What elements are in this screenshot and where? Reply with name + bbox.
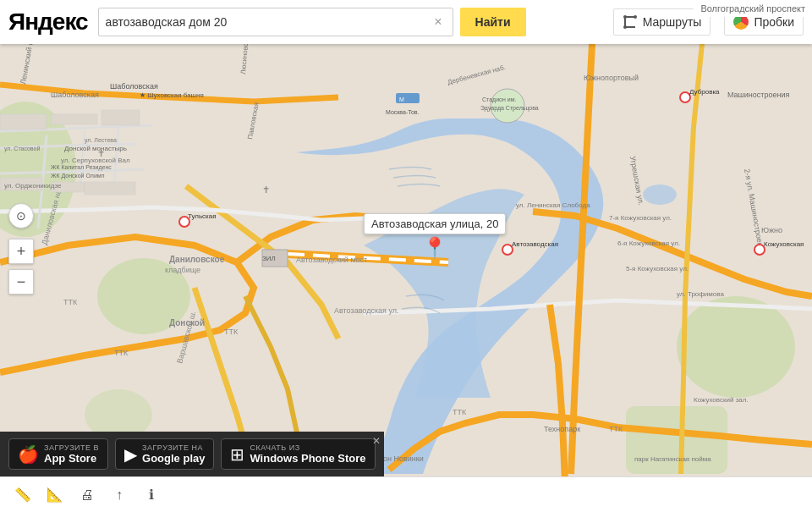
googleplay-large-text: Google play	[142, 452, 205, 465]
search-box[interactable]: ×	[98, 8, 453, 36]
info-button[interactable]: ℹ	[137, 481, 166, 509]
svg-text:ул. Лестева: ул. Лестева	[85, 137, 117, 144]
svg-rect-58	[102, 110, 140, 125]
svg-text:Дубровка: Дубровка	[689, 88, 720, 96]
svg-text:ул. Ленинская Слобода: ул. Ленинская Слобода	[516, 201, 590, 209]
windows-icon: ⊞	[230, 444, 244, 465]
svg-text:М: М	[399, 96, 404, 102]
svg-text:Стадион им.: Стадион им.	[482, 96, 516, 103]
svg-text:ТТК: ТТК	[63, 298, 78, 306]
bottom-toolbar: 📏 📐 🖨 ↑ ℹ	[0, 476, 812, 512]
svg-text:Донской: Донской	[169, 318, 205, 328]
windowsphone-button[interactable]: ⊞ Скачать из Windows Phone Store	[221, 438, 375, 470]
svg-text:★ Шуховская башня: ★ Шуховская башня	[140, 91, 204, 99]
svg-text:6-я Кожуховская ул.: 6-я Кожуховская ул.	[617, 239, 680, 247]
svg-text:Южно: Южно	[761, 226, 782, 234]
map-container[interactable]: Даниловская наб. Автозаводская ул. Автоз…	[0, 0, 812, 512]
routes-label: Маршруты	[643, 15, 702, 29]
svg-text:Шаболовская: Шаболовская	[110, 82, 158, 91]
svg-text:ТТК: ТТК	[453, 408, 467, 416]
search-input[interactable]	[106, 15, 431, 29]
svg-text:7-я Кожуховская ул.: 7-я Кожуховская ул.	[609, 214, 672, 222]
svg-text:Автозаводская ул.: Автозаводская ул.	[334, 306, 398, 315]
header: Яндекс × Найти Маршруты Пробки	[0, 0, 812, 44]
svg-text:кладбище: кладбище	[165, 266, 200, 274]
search-clear-button[interactable]: ×	[431, 13, 445, 31]
svg-text:ЗИЛ: ЗИЛ	[262, 255, 276, 262]
print-button[interactable]: 🖨	[73, 481, 102, 509]
svg-text:ЖК Капитал Резиденс: ЖК Капитал Резиденс	[51, 164, 112, 171]
svg-text:Донской монастырь: Донской монастырь	[64, 145, 127, 152]
svg-point-73	[623, 25, 627, 29]
svg-text:ТТК: ТТК	[224, 328, 239, 336]
googleplay-button[interactable]: ▶ ЗАГРУЗИТЕ НА Google play	[115, 438, 214, 470]
svg-text:5-я Кожуховская ул.: 5-я Кожуховская ул.	[626, 265, 689, 273]
svg-text:ЖК Донской Олимп: ЖК Донской Олимп	[51, 173, 105, 179]
distance-tool-button[interactable]: 📐	[41, 481, 69, 509]
share-button[interactable]: ↑	[105, 481, 134, 509]
svg-text:Шаболовская: Шаболовская	[51, 91, 99, 99]
yandex-logo: Яндекс	[8, 8, 88, 36]
ruler-tool-button[interactable]: 📏	[8, 481, 37, 509]
svg-rect-57	[51, 114, 97, 124]
googleplay-small-text: ЗАГРУЗИТЕ НА	[142, 443, 205, 452]
svg-point-72	[623, 15, 627, 19]
svg-text:Технопарк: Технопарк	[544, 425, 580, 433]
svg-text:ТТК: ТТК	[609, 425, 623, 433]
svg-text:Кожуховский зал.: Кожуховский зал.	[694, 396, 749, 404]
svg-rect-59	[0, 114, 47, 129]
svg-text:ул. Стасовой: ул. Стасовой	[4, 146, 40, 152]
googleplay-icon: ▶	[124, 444, 137, 465]
svg-text:Даниловское: Даниловское	[169, 255, 225, 264]
svg-point-42	[643, 184, 677, 205]
svg-text:Южнопортовый: Южнопортовый	[584, 74, 639, 82]
svg-text:ТТК: ТТК	[114, 349, 129, 357]
svg-text:Машиностроения: Машиностроения	[727, 91, 789, 99]
svg-point-74	[634, 15, 637, 19]
svg-text:ул. Серпуховской Вал: ул. Серпуховской Вал	[61, 157, 130, 164]
compass-button[interactable]: ⊙	[8, 203, 34, 228]
svg-text:ул. Орджоникидзе: ул. Орджоникидзе	[4, 182, 62, 190]
svg-text:Автозаводский мост: Автозаводский мост	[296, 256, 367, 264]
app-banner-close-button[interactable]: ✕	[372, 435, 381, 447]
left-controls: ⊙ + −	[8, 203, 34, 295]
pin-icon: 📍	[422, 238, 447, 258]
svg-rect-60	[85, 182, 135, 195]
appstore-large-text: App Store	[44, 452, 99, 465]
location-pin[interactable]: Автозаводская улица, 20 📍	[364, 213, 506, 258]
windowsphone-small-text: Скачать из	[250, 443, 365, 452]
svg-text:Тульская: Тульская	[188, 212, 217, 220]
appstore-button[interactable]: 🍎 Загрузите в App Store	[8, 438, 108, 470]
svg-point-3	[677, 296, 795, 398]
svg-text:ул. Трофимова: ул. Трофимова	[677, 290, 724, 298]
windowsphone-large-text: Windows Phone Store	[250, 452, 365, 465]
appstore-small-text: Загрузите в	[44, 443, 99, 452]
svg-rect-4	[626, 406, 727, 474]
svg-text:Эдуарда Стрельцова: Эдуарда Стрельцова	[480, 105, 539, 112]
svg-text:Кожуховская: Кожуховская	[764, 240, 804, 248]
zoom-in-button[interactable]: +	[8, 239, 34, 264]
location-label: Автозаводская улица, 20	[364, 213, 506, 234]
svg-text:Москва-Тов.: Москва-Тов.	[386, 109, 420, 115]
zoom-out-button[interactable]: −	[8, 269, 34, 295]
app-banner: ✕ 🍎 Загрузите в App Store ▶ ЗАГРУЗИТЕ НА…	[0, 432, 384, 476]
svg-text:парк Нагатинская пойма: парк Нагатинская пойма	[634, 455, 711, 463]
apple-icon: 🍎	[18, 444, 39, 465]
volgograd-label: Волгоградский проспект	[694, 0, 812, 17]
routes-icon	[623, 14, 638, 30]
search-button[interactable]: Найти	[460, 8, 526, 36]
svg-text:✝: ✝	[262, 184, 270, 195]
svg-text:Автозаводская: Автозаводская	[512, 240, 558, 248]
traffic-label: Пробки	[754, 15, 794, 29]
